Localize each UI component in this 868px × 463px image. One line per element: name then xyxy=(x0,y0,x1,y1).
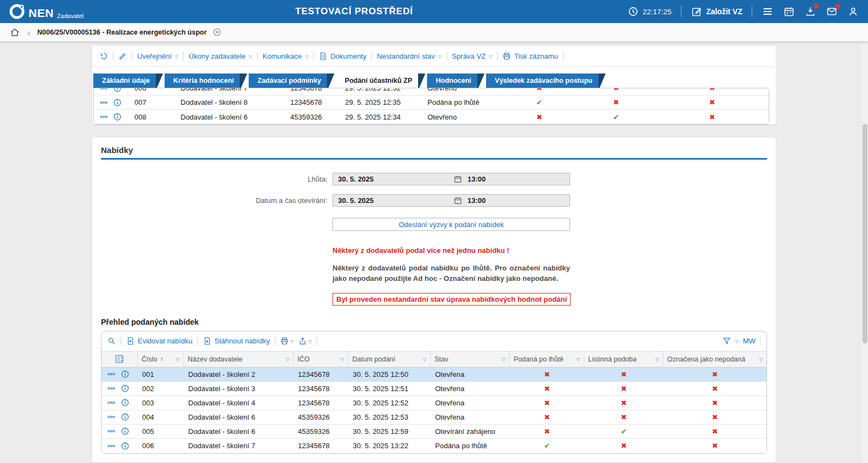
column-settings-button[interactable] xyxy=(102,352,138,367)
opening-date-input[interactable]: 30. 5. 2025 xyxy=(333,196,454,205)
table-row[interactable]: 001Dodavatel - školení 21234567830. 5. 2… xyxy=(102,368,766,382)
column-header-oznacena-jako-nepodana[interactable]: Označena jako nepodaná▽ xyxy=(663,352,766,367)
row-late-flag: ✖ xyxy=(510,399,584,407)
column-header-podana-po-lhute[interactable]: Podaná po lhůtě▽ xyxy=(510,352,584,367)
tab-hodnoceni[interactable]: Hodnocení xyxy=(427,74,484,88)
offers-table-header: Číslo↑▽Název dodavatele▽IČO▽Datum podání… xyxy=(102,351,766,368)
participants-table-body: 006Dodavatel - školení 71234567829. 5. 2… xyxy=(94,88,769,124)
toolbar-item-uverejneni[interactable]: Uveřejnění▽ xyxy=(137,52,178,60)
opening-time-input[interactable]: 13:00 xyxy=(462,196,570,205)
chevron-right-icon xyxy=(25,29,32,36)
print-button[interactable]: ▽ xyxy=(280,337,294,345)
row-info-button[interactable] xyxy=(113,88,122,93)
filter-button[interactable] xyxy=(723,337,731,345)
row-ico: 12345678 xyxy=(286,88,341,92)
tab-vysledek-zadavaciho-postupu[interactable]: Výsledek zadávacího postupu xyxy=(486,74,606,88)
download-offers-button[interactable]: Stáhnout nabídky xyxy=(203,337,270,345)
toolbar-item-tisk-zaznamu[interactable]: Tisk záznamu xyxy=(503,52,558,60)
table-row[interactable]: 005Dodavatel - školení 64535932630. 5. 2… xyxy=(102,425,766,439)
row-menu-button[interactable] xyxy=(99,112,108,121)
table-row[interactable]: 008Dodavatel - školení 64535932629. 5. 2… xyxy=(94,110,769,124)
row-menu-button[interactable] xyxy=(107,384,116,393)
tab-zakladni-udaje[interactable]: Základní údaje xyxy=(93,74,163,88)
history-button[interactable] xyxy=(100,52,108,60)
toolbar-item-ukony-zadavatele[interactable]: Úkony zadavatele▽ xyxy=(189,52,252,60)
row-menu-button[interactable] xyxy=(107,370,116,379)
divider xyxy=(681,6,681,17)
row-menu-button[interactable] xyxy=(107,398,116,407)
row-date: 30. 5. 2025 12:59 xyxy=(348,427,431,436)
page-scrollbar[interactable] xyxy=(862,42,868,463)
downloads-button[interactable] xyxy=(804,5,816,18)
tab-kriteria-hodnoceni[interactable]: Kritéria hodnocení xyxy=(165,74,247,88)
row-menu-button[interactable] xyxy=(99,88,108,93)
column-header-datum-podani[interactable]: Datum podání▽ xyxy=(348,352,431,367)
toolbar-item-komunikace[interactable]: Komunikace▽ xyxy=(263,52,309,60)
close-record-button[interactable] xyxy=(212,27,222,37)
column-header-stav[interactable]: Stav▽ xyxy=(431,352,510,367)
table-row[interactable]: 003Dodavatel - školení 41234567830. 5. 2… xyxy=(102,396,766,410)
row-status: Otevřeno xyxy=(423,113,502,121)
column-header-cislo[interactable]: Číslo↑▽ xyxy=(138,352,184,367)
row-info-button[interactable] xyxy=(121,442,129,450)
row-menu-button[interactable] xyxy=(107,413,116,421)
deadline-date-input[interactable]: 30. 5. 2025 xyxy=(333,175,454,183)
row-supplier: Dodavatel - školení 6 xyxy=(184,413,294,421)
separator xyxy=(121,337,121,345)
table-row[interactable]: 006Dodavatel - školení 71234567830. 5. 2… xyxy=(102,439,766,453)
row-menu-button[interactable] xyxy=(107,427,116,436)
calendar-button[interactable] xyxy=(783,5,795,18)
edit-record-button[interactable] xyxy=(119,52,127,60)
column-header-listinna-podoba[interactable]: Listinná podoba▽ xyxy=(584,352,663,367)
row-info-button[interactable] xyxy=(121,427,129,436)
tab-zadavaci-podminky[interactable]: Zadávací podmínky xyxy=(249,74,334,88)
toolbar-item-nestandardni-stav[interactable]: Nestandardní stav▽ xyxy=(377,52,442,60)
nen-logo[interactable]: NEN Zadavatel xyxy=(9,3,83,20)
cross-icon: ✖ xyxy=(537,113,543,121)
check-icon: ✔ xyxy=(621,427,627,436)
row-info-button[interactable] xyxy=(121,384,129,393)
row-info-button[interactable] xyxy=(121,370,129,379)
view-preset[interactable]: MW xyxy=(743,337,756,345)
calendar-icon[interactable] xyxy=(454,196,462,205)
column-header-nazev-dodavatele[interactable]: Název dodavatele▽ xyxy=(184,352,294,367)
row-menu-button[interactable] xyxy=(99,98,108,107)
home-button[interactable] xyxy=(10,27,20,37)
row-not-submitted-flag: ✖ xyxy=(663,413,766,421)
calendar-icon[interactable] xyxy=(454,175,462,183)
search-button[interactable] xyxy=(108,337,116,345)
notification-badge xyxy=(814,4,819,9)
deadline-label: Lhůta: xyxy=(101,175,332,183)
offers-card: Nabídky Lhůta: 30. 5. 2025 13:00 Datum a… xyxy=(92,138,776,462)
toolbar-item-sprava-vz[interactable]: Správa VZ▽ xyxy=(452,52,493,60)
cross-icon: ✖ xyxy=(544,413,550,421)
register-offer-button[interactable]: Evidovat nabídku xyxy=(126,337,193,345)
column-header-ico[interactable]: IČO▽ xyxy=(294,352,348,367)
menu-button[interactable] xyxy=(762,5,774,18)
tab-podani-ucastniku-zp[interactable]: Podání účastníků ZP xyxy=(336,74,425,88)
send-invitation-button[interactable]: Odeslání výzvy k podání nabídek xyxy=(332,218,570,231)
row-actions xyxy=(94,88,130,93)
table-row[interactable]: 002Dodavatel - školení 31234567830. 5. 2… xyxy=(102,382,766,396)
table-row[interactable]: 006Dodavatel - školení 71234567829. 5. 2… xyxy=(94,88,769,95)
toolbar-item-label: Komunikace xyxy=(263,52,302,60)
create-vz-button[interactable]: Založit VZ xyxy=(691,5,742,18)
row-ico: 12345678 xyxy=(294,399,348,407)
separator xyxy=(198,337,198,345)
scrollbar-thumb[interactable] xyxy=(863,124,867,343)
pencil-icon xyxy=(119,52,127,60)
row-menu-button[interactable] xyxy=(107,442,116,450)
view-dropdown-button[interactable]: ▽ xyxy=(735,338,739,344)
row-info-button[interactable] xyxy=(121,398,129,407)
row-info-button[interactable] xyxy=(121,413,129,421)
table-row[interactable]: 004Dodavatel - školení 64535932630. 5. 2… xyxy=(102,410,766,425)
deadline-time-input[interactable]: 13:00 xyxy=(462,175,570,183)
toolbar-item-dokumenty[interactable]: Dokumenty xyxy=(319,52,367,60)
row-info-button[interactable] xyxy=(113,112,122,121)
export-button[interactable]: ▽ xyxy=(298,337,312,345)
table-row[interactable]: 007Dodavatel - školení 81234567829. 5. 2… xyxy=(94,95,769,110)
document-icon xyxy=(319,52,327,60)
row-info-button[interactable] xyxy=(113,98,122,107)
messages-button[interactable] xyxy=(826,5,838,18)
profile-button[interactable] xyxy=(847,5,859,18)
